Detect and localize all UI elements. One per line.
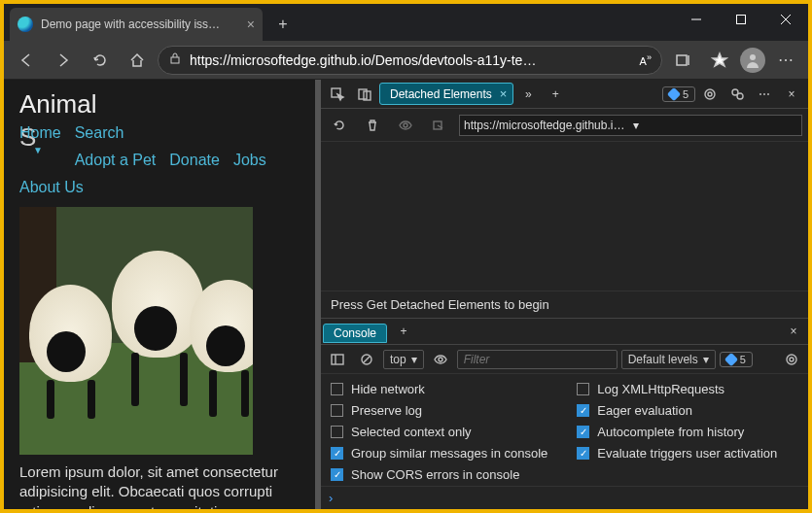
home-button[interactable] bbox=[121, 45, 154, 76]
console-option[interactable]: Log XMLHttpRequests bbox=[577, 382, 777, 396]
svg-point-14 bbox=[737, 93, 743, 99]
console-settings: Hide networkPreserve logSelected context… bbox=[321, 374, 808, 486]
svg-point-22 bbox=[787, 355, 796, 364]
refresh-detached-icon[interactable] bbox=[327, 113, 352, 138]
devtools-close-icon[interactable]: × bbox=[779, 82, 804, 107]
nav-search[interactable]: Search bbox=[75, 120, 157, 147]
live-expr-icon[interactable] bbox=[428, 347, 453, 372]
back-button[interactable] bbox=[10, 45, 43, 76]
console-option[interactable]: Selected context only bbox=[331, 425, 547, 439]
feedback-icon[interactable] bbox=[724, 82, 750, 107]
more-icon[interactable]: ⋯ bbox=[752, 82, 777, 107]
option-label: Log XMLHttpRequests bbox=[597, 382, 724, 396]
browser-toolbar: https://microsoftedge.github.io/Demos/de… bbox=[4, 41, 808, 80]
new-tab-button[interactable]: + bbox=[268, 10, 298, 39]
checkbox[interactable] bbox=[577, 404, 589, 417]
option-label: Preserve log bbox=[351, 403, 422, 418]
console-option[interactable]: Autocomplete from history bbox=[577, 425, 777, 439]
console-prompt[interactable]: › bbox=[321, 486, 808, 509]
more-tabs-icon[interactable]: » bbox=[515, 82, 541, 107]
svg-rect-5 bbox=[677, 55, 687, 65]
nav-donate[interactable]: Donate bbox=[169, 147, 220, 174]
tab-close-icon[interactable]: × bbox=[247, 17, 255, 32]
edge-icon bbox=[18, 17, 33, 32]
checkbox[interactable] bbox=[331, 383, 343, 395]
devtools: Detached Elements × » + 5 ⋯ × https://mi… bbox=[321, 80, 808, 509]
detached-toolbar: https://microsoftedge.github.io/Demos/de… bbox=[321, 109, 808, 142]
option-label: Hide network bbox=[351, 382, 425, 396]
drawer-new-tab-icon[interactable]: + bbox=[391, 319, 416, 344]
frame-selector[interactable]: https://microsoftedge.github.io/Demos/de… bbox=[459, 115, 802, 136]
console-option[interactable]: Evaluate triggers user activation bbox=[577, 446, 777, 461]
menu-button[interactable]: ⋯ bbox=[769, 45, 802, 76]
console-filter[interactable] bbox=[457, 350, 618, 369]
nav-about[interactable]: About Us bbox=[19, 174, 300, 201]
minimize-button[interactable] bbox=[674, 4, 719, 35]
content-area: Animal S Home▼ SearchAdopt a Pet Donate … bbox=[4, 80, 808, 509]
console-option[interactable]: Show CORS errors in console bbox=[331, 467, 547, 482]
reader-icon[interactable]: A» bbox=[640, 52, 652, 67]
console-settings-icon[interactable] bbox=[779, 347, 804, 372]
console-option[interactable]: Hide network bbox=[331, 382, 547, 396]
nav-adopt[interactable]: Adopt a Pet bbox=[75, 147, 157, 174]
svg-rect-1 bbox=[737, 16, 746, 24]
tab-close-icon[interactable]: × bbox=[500, 86, 508, 101]
log-levels[interactable]: Default levels▾ bbox=[621, 350, 716, 369]
settings-icon[interactable] bbox=[697, 82, 723, 107]
inspect-icon[interactable] bbox=[325, 82, 350, 107]
console-issues-badge[interactable]: 5 bbox=[720, 352, 753, 367]
trash-icon[interactable] bbox=[360, 113, 385, 138]
checkbox[interactable] bbox=[331, 447, 343, 460]
svg-point-15 bbox=[404, 123, 407, 127]
tab-title: Demo page with accessibility iss… bbox=[41, 17, 241, 31]
detached-message: Press Get Detached Elements to begin bbox=[321, 291, 808, 318]
console-option[interactable]: Preserve log bbox=[331, 403, 547, 418]
tab-detached-elements[interactable]: Detached Elements × bbox=[379, 83, 513, 105]
context-selector[interactable]: top▾ bbox=[383, 350, 424, 369]
checkbox[interactable] bbox=[577, 383, 589, 395]
nav-jobs[interactable]: Jobs bbox=[233, 147, 266, 174]
address-bar[interactable]: https://microsoftedge.github.io/Demos/de… bbox=[158, 46, 662, 75]
checkbox[interactable] bbox=[577, 426, 589, 438]
console-sidebar-icon[interactable] bbox=[325, 347, 350, 372]
chevron-down-icon: ▾ bbox=[633, 119, 798, 132]
checkbox[interactable] bbox=[577, 447, 589, 460]
titlebar: Demo page with accessibility iss… × + bbox=[4, 4, 808, 41]
profile-avatar[interactable] bbox=[740, 48, 765, 73]
device-icon[interactable] bbox=[352, 82, 377, 107]
tab-console[interactable]: Console bbox=[323, 324, 387, 343]
detach-icon[interactable] bbox=[426, 113, 451, 138]
url-text: https://microsoftedge.github.io/Demos/de… bbox=[190, 52, 632, 68]
checkbox[interactable] bbox=[331, 426, 343, 438]
option-label: Selected context only bbox=[351, 425, 472, 439]
svg-point-7 bbox=[750, 54, 756, 60]
close-button[interactable] bbox=[763, 4, 808, 35]
clear-console-icon[interactable] bbox=[354, 347, 379, 372]
console-option[interactable]: Eager evaluation bbox=[577, 403, 777, 418]
browser-tab[interactable]: Demo page with accessibility iss… × bbox=[10, 8, 263, 41]
console-option[interactable]: Group similar messages in console bbox=[331, 446, 547, 461]
lock-icon bbox=[168, 51, 182, 68]
forward-button[interactable] bbox=[47, 45, 80, 76]
issue-icon bbox=[724, 352, 738, 365]
eye-icon[interactable] bbox=[393, 113, 418, 138]
nav-home[interactable]: Home bbox=[19, 124, 61, 141]
maximize-button[interactable] bbox=[719, 4, 763, 35]
page-title: Animal bbox=[19, 89, 300, 120]
svg-point-12 bbox=[708, 92, 712, 96]
drawer-close-icon[interactable]: × bbox=[781, 319, 806, 344]
dropdown-caret-icon: ▼ bbox=[33, 145, 43, 155]
checkbox[interactable] bbox=[331, 404, 343, 417]
refresh-button[interactable] bbox=[84, 45, 117, 76]
favorite-icon[interactable] bbox=[703, 45, 736, 76]
option-label: Show CORS errors in console bbox=[351, 467, 519, 482]
issues-badge[interactable]: 5 bbox=[662, 86, 695, 102]
svg-point-21 bbox=[439, 358, 442, 361]
option-label: Autocomplete from history bbox=[597, 425, 744, 439]
read-aloud-icon[interactable] bbox=[666, 45, 699, 76]
new-tab-icon[interactable]: + bbox=[543, 82, 568, 107]
chevron-down-icon: ▾ bbox=[411, 353, 417, 366]
checkbox[interactable] bbox=[331, 468, 343, 481]
page-nav: Home▼ SearchAdopt a Pet Donate Jobs Abou… bbox=[19, 120, 300, 201]
svg-rect-17 bbox=[332, 355, 343, 364]
